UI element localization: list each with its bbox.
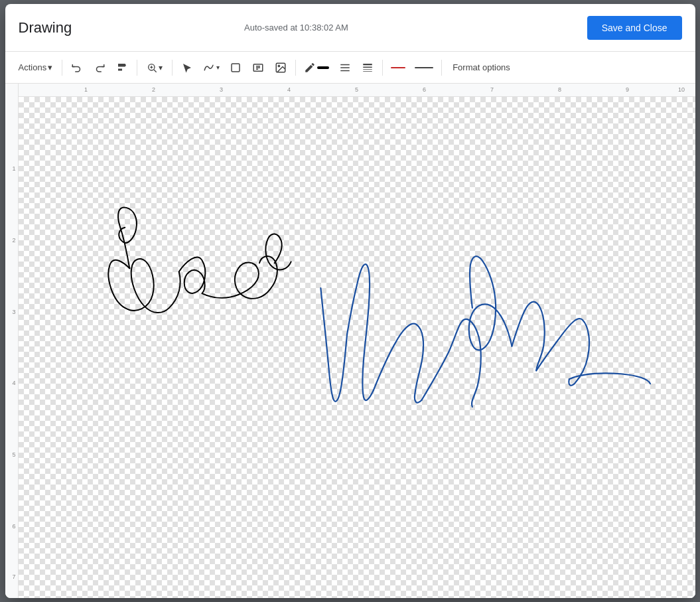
format-options-label: Format options	[453, 62, 510, 72]
ruler-top-4: 4	[287, 86, 291, 93]
ruler-top-1: 1	[84, 86, 88, 93]
canvas-background	[19, 97, 695, 598]
line-style-button[interactable]	[334, 57, 356, 78]
black-signature	[108, 207, 291, 313]
svg-rect-14	[363, 71, 372, 72]
actions-label: Actions	[19, 62, 47, 72]
save-close-button[interactable]: Save and Close	[587, 16, 682, 40]
format-options-button[interactable]: Format options	[449, 57, 514, 78]
image-icon	[275, 62, 287, 74]
svg-line-1	[154, 70, 157, 72]
line-color-button[interactable]	[300, 57, 333, 78]
redo-icon	[94, 62, 105, 74]
divider-1	[62, 60, 62, 76]
ruler-left-3: 3	[12, 309, 15, 315]
divider-4	[295, 60, 296, 76]
paint-format-icon	[116, 62, 128, 74]
svg-point-10	[278, 65, 279, 66]
signature-drawing	[19, 97, 695, 598]
ruler-left-7: 7	[12, 573, 15, 580]
divider-3	[172, 60, 173, 76]
long-line-icon	[415, 67, 433, 68]
select-tool-button[interactable]	[176, 57, 198, 78]
ruler-top: 1 2 3 4 5 6 7 8 9 10	[19, 84, 695, 97]
ruler-top-3: 3	[220, 86, 223, 93]
ruler-top-10: 10	[678, 86, 685, 93]
ruler-left-4: 4	[12, 380, 15, 386]
undo-icon	[71, 62, 83, 74]
canvas-column: 1 2 3 4 5 6 7 8 9 10	[19, 84, 695, 598]
scribble-icon	[203, 62, 215, 74]
ruler-left-marks: 1 2 3 4 5 6 7	[5, 97, 18, 598]
short-line-icon	[391, 67, 405, 68]
dialog-header: Drawing Auto-saved at 10:38:02 AM Save a…	[5, 4, 695, 52]
svg-rect-13	[363, 69, 372, 70]
ruler-left-6: 6	[12, 523, 15, 530]
ruler-top-6: 6	[423, 86, 426, 93]
shape-icon	[230, 62, 242, 74]
scribble-tool-button[interactable]: ▾	[199, 57, 224, 78]
divider-5	[382, 60, 383, 76]
zoom-icon	[147, 62, 157, 73]
drawing-dialog: Drawing Auto-saved at 10:38:02 AM Save a…	[5, 4, 695, 598]
image-tool-button[interactable]	[270, 57, 291, 78]
paint-format-button[interactable]	[111, 57, 133, 78]
ruler-top-2: 2	[152, 86, 155, 93]
ruler-left-2: 2	[12, 237, 15, 244]
zoom-label: ▾	[159, 63, 163, 72]
long-line-button[interactable]	[411, 57, 437, 78]
line-weight-button[interactable]	[357, 57, 378, 78]
blue-signature	[320, 256, 650, 407]
actions-menu-button[interactable]: Actions ▾	[13, 57, 58, 78]
autosave-status: Auto-saved at 10:38:02 AM	[85, 23, 507, 33]
ruler-top-9: 9	[626, 86, 629, 93]
line-color-swatch	[317, 66, 329, 69]
actions-chevron-icon: ▾	[48, 62, 52, 72]
textbox-icon	[252, 62, 264, 74]
ruler-top-7: 7	[490, 86, 494, 93]
zoom-button[interactable]: ▾	[141, 57, 168, 78]
divider-6	[441, 60, 442, 76]
svg-rect-12	[363, 66, 372, 68]
dialog-title: Drawing	[19, 19, 72, 37]
divider-2	[137, 60, 137, 76]
svg-rect-11	[363, 64, 372, 65]
canvas-wrapper: 1 2 3 4 5 6 7 1 2 3 4 5 6 7 8 9 10	[5, 84, 695, 598]
ruler-left: 1 2 3 4 5 6 7	[5, 84, 19, 598]
scribble-chevron: ▾	[216, 64, 220, 71]
undo-button[interactable]	[66, 57, 88, 78]
shape-tool-button[interactable]	[225, 57, 246, 78]
svg-rect-4	[232, 64, 240, 72]
line-weight-icon	[362, 62, 374, 74]
short-line-button[interactable]	[387, 57, 409, 78]
line-style-icon	[339, 62, 351, 74]
ruler-left-1: 1	[12, 165, 15, 172]
redo-button[interactable]	[89, 57, 110, 78]
select-icon	[181, 62, 193, 74]
ruler-top-5: 5	[355, 86, 358, 93]
pen-icon	[304, 62, 316, 74]
drawing-toolbar: Actions ▾	[5, 52, 695, 84]
drawing-surface[interactable]	[19, 97, 695, 598]
ruler-left-5: 5	[12, 451, 15, 458]
textbox-tool-button[interactable]	[247, 57, 269, 78]
ruler-top-8: 8	[558, 86, 561, 93]
